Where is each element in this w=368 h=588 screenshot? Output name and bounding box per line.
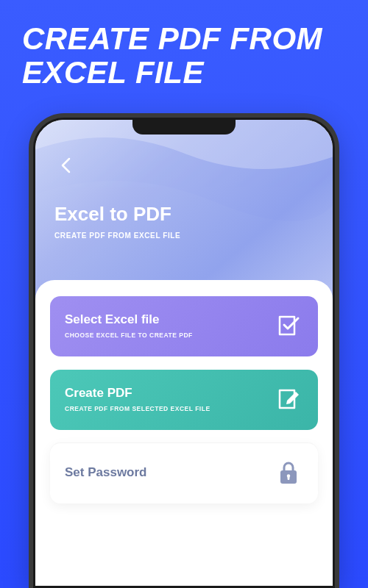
phone-frame: Excel to PDF CREATE PDF FROM EXCEL FILE …: [33, 118, 335, 588]
card-text: Set Password: [65, 465, 147, 480]
promo-headline-line1: CREATE PDF FROM: [22, 21, 322, 56]
page-subtitle: CREATE PDF FROM EXCEL FILE: [54, 232, 314, 240]
screen-header: Excel to PDF CREATE PDF FROM EXCEL FILE: [35, 120, 333, 300]
select-excel-card[interactable]: Select Excel file CHOOSE EXCEL FILE TO C…: [50, 296, 318, 356]
card-text: Select Excel file CHOOSE EXCEL FILE TO C…: [65, 312, 193, 339]
page-title: Excel to PDF: [54, 203, 314, 226]
cards-container: Select Excel file CHOOSE EXCEL FILE TO C…: [35, 280, 333, 518]
set-password-card[interactable]: Set Password: [50, 443, 318, 503]
card-subtitle: CREATE PDF FROM SELECTED EXCEL FILE: [65, 405, 210, 412]
chevron-left-icon: [60, 157, 71, 173]
edit-icon: [274, 384, 303, 414]
back-button[interactable]: [54, 153, 77, 182]
card-subtitle: CHOOSE EXCEL FILE TO CREATE PDF: [65, 331, 193, 339]
lock-icon: [274, 458, 303, 487]
promo-headline: CREATE PDF FROM EXCEL FILE: [0, 0, 368, 104]
checkbox-icon: [274, 311, 303, 340]
create-pdf-card[interactable]: Create PDF CREATE PDF FROM SELECTED EXCE…: [50, 370, 318, 430]
card-title: Set Password: [65, 465, 147, 480]
card-title: Select Excel file: [65, 312, 193, 327]
svg-rect-2: [288, 476, 290, 480]
phone-screen: Excel to PDF CREATE PDF FROM EXCEL FILE …: [35, 120, 333, 586]
phone-notch: [132, 120, 236, 135]
card-title: Create PDF: [65, 386, 210, 401]
promo-headline-line2: EXCEL FILE: [22, 55, 204, 90]
card-text: Create PDF CREATE PDF FROM SELECTED EXCE…: [65, 386, 210, 412]
